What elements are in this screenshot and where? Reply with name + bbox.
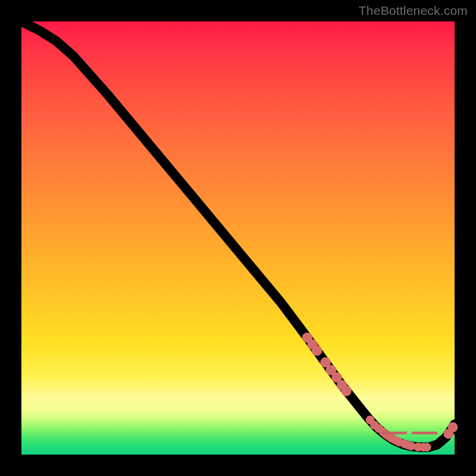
data-point-marker <box>327 366 336 374</box>
data-point-marker <box>342 387 350 395</box>
chart-frame: TheBottleneck.com — — <box>0 0 476 476</box>
watermark-text: TheBottleneck.com <box>359 4 468 18</box>
plot-area: — — <box>21 21 455 455</box>
data-point-marker <box>333 374 341 382</box>
markers-tail <box>444 424 456 438</box>
plot-svg: — — <box>21 21 455 455</box>
data-point-marker <box>313 346 321 355</box>
bottleneck-curve <box>21 21 455 447</box>
data-point-marker <box>321 358 330 367</box>
flat-region-label: — — <box>381 416 437 446</box>
markers-descending <box>303 334 350 395</box>
data-point-marker <box>449 424 457 431</box>
